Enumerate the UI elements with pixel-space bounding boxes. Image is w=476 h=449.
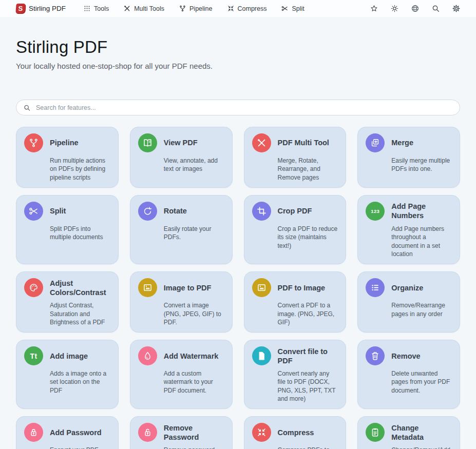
- search-icon: [431, 4, 440, 13]
- nav-item-label: Multi Tools: [134, 5, 164, 12]
- theme-toggle-button[interactable]: [390, 4, 399, 13]
- main-content: Stirling PDF Your locally hosted one-sto…: [0, 37, 476, 449]
- globe-icon: [411, 4, 420, 13]
- search-icon: [23, 104, 31, 111]
- image-icon: [252, 278, 271, 297]
- tool-card-add-password[interactable]: Add PasswordEncrypt your PDF document wi…: [16, 416, 119, 449]
- book-icon: [138, 133, 157, 152]
- tool-card-title: Crop PDF: [278, 206, 338, 216]
- drop-icon: [138, 346, 157, 365]
- tool-card-title: Add Password: [50, 428, 110, 437]
- tool-card-crop-pdf[interactable]: Crop PDFCrop a PDF to reduce its size (m…: [244, 195, 347, 264]
- clipboard-icon: [366, 423, 385, 442]
- numbers-123-icon: 123: [366, 202, 385, 221]
- file-icon: [252, 346, 271, 365]
- nav-item-compress[interactable]: Compress: [227, 5, 267, 12]
- tool-card-description: Split PDFs into multiple documents: [50, 225, 110, 242]
- compress-icon: [252, 423, 271, 442]
- tool-card-description: Adds a image onto a set location on the …: [50, 369, 110, 395]
- tool-card-title: Merge: [391, 138, 452, 147]
- tool-card-image-to-pdf[interactable]: Image to PDFConvert a image (PNG, JPEG, …: [130, 271, 233, 333]
- tools-icon: [123, 5, 131, 12]
- search-button[interactable]: [431, 4, 440, 13]
- tool-card-description: Adjust Contrast, Saturation and Brightne…: [50, 301, 110, 326]
- favorites-button[interactable]: [370, 4, 378, 13]
- tool-card-description: Delete unwanted pages from your PDF docu…: [391, 369, 452, 395]
- page-title: Stirling PDF: [16, 37, 460, 57]
- tool-card-pdf-multi-tool[interactable]: PDF Multi ToolMerge, Rotate, Rearrange, …: [244, 127, 347, 188]
- tool-card-description: Run multiple actions on PDFs by defining…: [50, 157, 110, 182]
- tool-card-description: Remove/Rearrange pages in any order: [391, 301, 452, 318]
- tool-card-title: Rotate: [164, 206, 224, 216]
- nav-actions: [370, 4, 461, 13]
- tool-card-description: Compress PDFs to reduce their file size.: [278, 446, 338, 449]
- tool-card-convert-file-to-pdf[interactable]: Convert file to PDFConvert nearly any fi…: [244, 340, 347, 409]
- tool-card-merge[interactable]: MergeEasily merge multiple PDFs into one…: [357, 127, 460, 188]
- crop-icon: [252, 202, 271, 221]
- brand[interactable]: S Stirling PDF: [16, 4, 66, 13]
- scissors-icon: [281, 5, 289, 12]
- tool-card-title: PDF to Image: [278, 283, 338, 292]
- tool-card-description: Add a custom watermark to your PDF docum…: [164, 369, 224, 395]
- nav-item-label: Pipeline: [189, 5, 212, 12]
- tool-card-change-metadata[interactable]: Change MetadataChange/Remove/Add metadat…: [357, 416, 460, 449]
- tool-card-title: Pipeline: [50, 138, 110, 147]
- gear-icon: [452, 4, 461, 13]
- nav-item-pipeline[interactable]: Pipeline: [179, 5, 212, 12]
- tool-card-title: Split: [50, 206, 110, 216]
- tool-card-description: Convert a image (PNG, JPEG, GIF) to PDF.: [164, 301, 224, 326]
- nav-item-split[interactable]: Split: [281, 5, 304, 12]
- tool-card-split[interactable]: SplitSplit PDFs into multiple documents: [16, 195, 119, 264]
- pipeline-icon: [179, 5, 186, 12]
- tool-card-add-page-numbers[interactable]: 123Add Page NumbersAdd Page numbers thro…: [357, 195, 460, 264]
- settings-button[interactable]: [452, 4, 461, 13]
- stirling-logo-icon: S: [15, 4, 25, 13]
- tool-card-description: Add Page numbers throughout a document i…: [391, 225, 452, 258]
- tool-card-title: Add Page Numbers: [391, 202, 452, 220]
- language-button[interactable]: [411, 4, 420, 13]
- lock-icon: [24, 423, 43, 442]
- feature-search: [16, 100, 460, 115]
- text-Tt-icon: Tt: [24, 346, 43, 365]
- tool-card-adjust-colors-contrast[interactable]: Adjust Colors/ContrastAdjust Contrast, S…: [16, 271, 119, 333]
- search-input[interactable]: [16, 100, 460, 115]
- nav-menu: ToolsMulti ToolsPipelineCompressSplit: [83, 5, 304, 12]
- tool-card-description: View, annotate, add text or images: [164, 157, 224, 173]
- grid-icon: [83, 5, 91, 12]
- compress-icon: [227, 5, 235, 12]
- tool-card-title: Remove: [391, 352, 452, 361]
- tool-card-rotate[interactable]: RotateEasily rotate your PDFs.: [130, 195, 233, 264]
- hero: Stirling PDF Your locally hosted one-sto…: [16, 37, 460, 70]
- tool-card-add-watermark[interactable]: Add WatermarkAdd a custom watermark to y…: [130, 340, 233, 409]
- tools-icon: [252, 133, 271, 152]
- tool-card-title: Organize: [391, 283, 452, 292]
- tool-card-title: Add Watermark: [164, 352, 224, 361]
- palette-icon: [24, 278, 43, 297]
- list-icon: [366, 278, 385, 297]
- tool-card-pdf-to-image[interactable]: PDF to ImageConvert a PDF to a image. (P…: [244, 271, 347, 333]
- tool-card-organize[interactable]: OrganizeRemove/Rearrange pages in any or…: [357, 271, 460, 333]
- star-icon: [370, 4, 378, 13]
- tool-card-title: Add image: [50, 352, 110, 361]
- tool-card-title: View PDF: [164, 138, 224, 147]
- tool-card-pipeline[interactable]: PipelineRun multiple actions on PDFs by …: [16, 127, 119, 188]
- tool-card-title: PDF Multi Tool: [278, 138, 338, 147]
- image-icon: [138, 278, 157, 297]
- nav-item-label: Split: [292, 5, 304, 12]
- sun-icon: [390, 4, 399, 13]
- tool-card-remove-password[interactable]: Remove PasswordRemove password protectio…: [130, 416, 233, 449]
- tool-card-compress[interactable]: CompressCompress PDFs to reduce their fi…: [244, 416, 347, 449]
- nav-item-tools[interactable]: Tools: [83, 5, 109, 12]
- tool-card-grid: PipelineRun multiple actions on PDFs by …: [16, 127, 460, 449]
- tool-card-description: Easily merge multiple PDFs into one.: [391, 157, 452, 173]
- tool-card-add-image[interactable]: TtAdd imageAdds a image onto a set locat…: [16, 340, 119, 409]
- navbar: S Stirling PDF ToolsMulti ToolsPipelineC…: [0, 0, 476, 17]
- tool-card-description: Convert nearly any file to PDF (DOCX, PN…: [278, 369, 338, 403]
- tool-card-remove[interactable]: RemoveDelete unwanted pages from your PD…: [357, 340, 460, 409]
- nav-item-multi-tools[interactable]: Multi Tools: [123, 5, 164, 12]
- nav-item-label: Compress: [238, 5, 267, 12]
- tool-card-description: Merge, Rotate, Rearrange, and Remove pag…: [278, 157, 338, 182]
- tool-card-title: Adjust Colors/Contrast: [50, 279, 110, 297]
- tool-card-view-pdf[interactable]: View PDFView, annotate, add text or imag…: [130, 127, 233, 188]
- tool-card-description: Change/Remove/Add metadata from a PDF do…: [391, 446, 452, 449]
